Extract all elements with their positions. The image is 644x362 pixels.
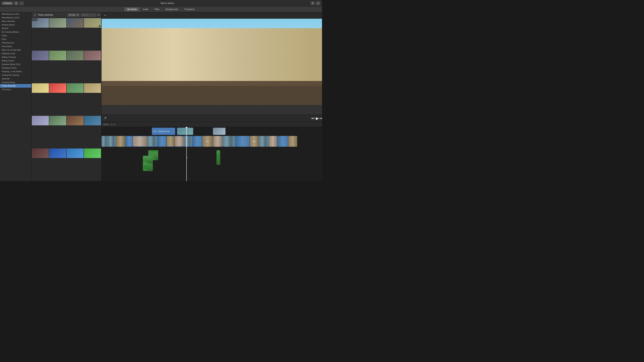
tab-titles[interactable]: Titles xyxy=(152,7,162,11)
back-button[interactable]: ‹ Projects xyxy=(2,1,13,5)
tab-audio[interactable]: Audio xyxy=(140,7,151,11)
list-view-toggle[interactable]: ⊟ xyxy=(33,13,37,17)
thumbnail-17[interactable] xyxy=(32,148,49,158)
sidebar-item-riding-lesson[interactable]: Riding Lesson xyxy=(0,59,31,62)
sidebar-item-misc2013[interactable]: Miscellaneous 2013 xyxy=(0,12,31,16)
video-clip-7[interactable] xyxy=(158,136,166,147)
download-icon[interactable]: ↓ xyxy=(20,1,24,5)
sidebar-item-sunclub-diving[interactable]: Sunclub Diving xyxy=(0,80,31,84)
thumbnail-12[interactable] xyxy=(84,83,101,93)
video-clip-9[interactable] xyxy=(175,136,184,147)
sidebar-item-teddy-abseiling[interactable]: Teddy Abseiling xyxy=(0,84,31,88)
settings-gear-icon[interactable]: ⚙ xyxy=(98,14,100,16)
video-clip-3[interactable] xyxy=(116,136,125,147)
video-clip-15[interactable] xyxy=(235,136,250,147)
thumbnail-6[interactable] xyxy=(49,51,66,60)
thumbnail-10[interactable] xyxy=(49,83,66,93)
video-clip-19[interactable] xyxy=(277,136,288,147)
sidebar-item-panto[interactable]: Panto xyxy=(0,34,31,37)
search-input[interactable] xyxy=(80,13,97,16)
top-bar-right: ⬆ ⊡ xyxy=(310,1,320,5)
tab-transitions[interactable]: Transitions xyxy=(181,7,198,11)
thumbnail-7[interactable] xyxy=(67,51,84,60)
tab-titles-label: Titles xyxy=(154,8,160,10)
b-roll-clip-far[interactable] xyxy=(213,128,226,135)
audio-clip-3[interactable]: 2.5s – ... xyxy=(143,164,153,171)
microphone-button[interactable]: 🎤 xyxy=(103,117,106,120)
tab-my-media[interactable]: My Media xyxy=(124,7,140,11)
sidebar-item-the-force[interactable]: The Force xyxy=(0,88,31,91)
sidebar-item-no-training-wheels[interactable]: No Training Wheels xyxy=(0,30,31,34)
thumbnail-13[interactable] xyxy=(32,116,49,125)
video-clip-2[interactable] xyxy=(108,136,116,147)
sidebar-item-sleeping[interactable]: Sleeping...h the Fishes xyxy=(0,70,31,73)
thumbnail-1[interactable]: 10.0s xyxy=(32,18,49,28)
thumbnail-19[interactable] xyxy=(67,148,84,158)
sidebar-item-squirrels[interactable]: Squirrels xyxy=(0,77,31,80)
sidebar-item-motat[interactable]: MOTAT xyxy=(0,26,31,30)
b-roll-far-thumb xyxy=(213,128,225,135)
sidebar-item-performances[interactable]: Performances xyxy=(0,41,31,44)
clip-filter-select[interactable]: All Clips xyxy=(68,13,80,17)
video-clip-20[interactable] xyxy=(288,136,297,147)
video-clip-10[interactable] xyxy=(184,136,192,147)
video-clip-16[interactable]: ⏭ xyxy=(250,136,259,147)
audio-clip-2[interactable]: 3.1s – IMG_77... xyxy=(143,156,153,165)
magic-wand-icon[interactable]: ✦ xyxy=(103,14,107,17)
view-toggle-icon[interactable]: ⊞ xyxy=(14,1,18,5)
preview-panel: ✦ 🎨 🎞 📷 🔊 📊 ? 🕐 ℹ Reset All xyxy=(102,12,322,181)
thumbnail-14[interactable] xyxy=(49,116,66,125)
time-display: 00:39 / 01:14 xyxy=(312,117,322,119)
thumbnail-8[interactable] xyxy=(84,51,101,60)
sidebar-item-riding-dorset[interactable]: Riding in Dorset xyxy=(0,55,31,59)
connected-clip[interactable]: 4.0s – Defying the Sea xyxy=(152,128,175,135)
thumbnail-15[interactable] xyxy=(67,116,84,125)
video-clip-12[interactable]: ⏭ xyxy=(202,136,213,147)
thumbnail-4[interactable]: ♪ xyxy=(84,18,101,28)
b-roll-thumb xyxy=(177,128,193,135)
thumbnail-9[interactable] xyxy=(32,83,49,93)
playhead[interactable] xyxy=(186,127,187,181)
video-clip-17[interactable] xyxy=(259,136,269,147)
video-clip-14[interactable] xyxy=(222,136,235,147)
b-roll-clip-right[interactable] xyxy=(177,128,193,135)
theater-icon[interactable]: ⊡ xyxy=(316,1,320,5)
sidebar-item-paris[interactable]: Paris xyxy=(0,37,31,41)
sidebar-item-pony-rides[interactable]: Pony Rides xyxy=(0,44,31,48)
video-clip-6[interactable] xyxy=(147,136,157,147)
preview-video xyxy=(102,19,322,115)
thumbnail-2[interactable] xyxy=(49,18,66,28)
video-clip-13[interactable] xyxy=(213,136,222,147)
thumbnail-20[interactable] xyxy=(84,148,101,158)
video-clip-18[interactable] xyxy=(269,136,277,147)
chevron-left-icon: ‹ xyxy=(3,2,4,4)
audio-waveform-2 xyxy=(144,156,152,161)
timeline-inner: 4.0s – Defying the Sea xyxy=(102,127,322,181)
thumbnail-16[interactable] xyxy=(84,116,101,125)
sidebar-item-monkey-world[interactable]: Monkey World xyxy=(0,23,31,26)
video-clip-8[interactable] xyxy=(166,136,175,147)
thumbnail-3[interactable] xyxy=(67,18,84,28)
timeline-header: 00:39 / 01:14 Settings xyxy=(102,122,322,127)
tab-backgrounds[interactable]: Backgrounds xyxy=(162,7,181,11)
sidebar-item-race-you[interactable]: Race You To the Park xyxy=(0,48,31,52)
audio-clip-far[interactable]: 0... xyxy=(216,150,220,165)
top-bar-left: ‹ Projects ⊞ ↓ xyxy=(2,1,24,5)
video-clip-11[interactable] xyxy=(192,136,202,147)
video-clip-5[interactable] xyxy=(133,136,147,147)
main-video-track: ⏭ ⏭ xyxy=(102,136,322,148)
share-icon[interactable]: ⬆ xyxy=(310,1,315,5)
thumbnail-grid: 10.0s ♪ xyxy=(32,18,101,181)
sidebar-item-shopping-trolley[interactable]: Shopping Trolley xyxy=(0,66,31,70)
sidebar-item-mock-interview[interactable]: Mock Interview xyxy=(0,19,31,23)
video-clip-4[interactable] xyxy=(126,136,132,147)
thumbnail-5[interactable] xyxy=(32,51,49,60)
thumbnail-11[interactable] xyxy=(67,83,84,93)
video-clip-1[interactable] xyxy=(102,136,108,147)
sidebar-item-seaview-ranch[interactable]: Seaview Ranch 2013 xyxy=(0,62,31,66)
sidebar-item-sorting-caravan[interactable]: Sorting the Caravan xyxy=(0,73,31,77)
thumbnail-18[interactable] xyxy=(49,148,66,158)
sidebar-item-misc2014[interactable]: Miscellaneous 2014 xyxy=(0,16,31,19)
timeline-tracks[interactable]: 4.0s – Defying the Sea xyxy=(102,127,322,181)
sidebar-item-rainbows-end[interactable]: Rainbow's End xyxy=(0,52,31,55)
